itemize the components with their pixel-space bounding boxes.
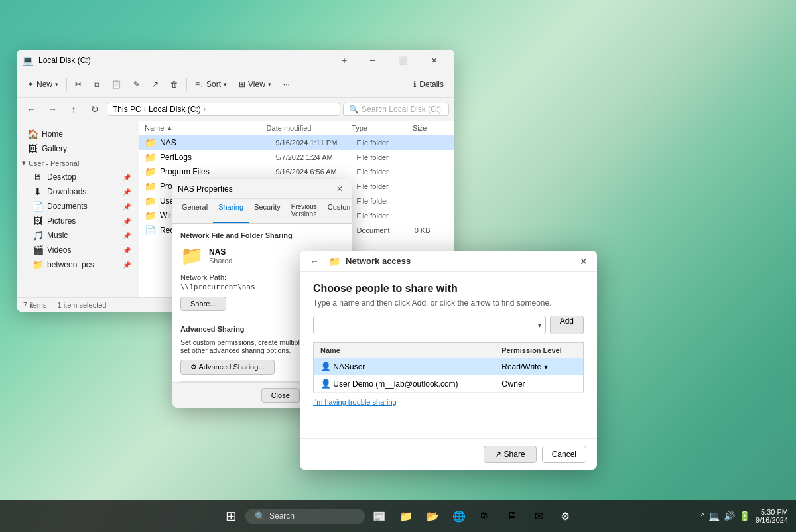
sidebar-item-downloads[interactable]: ⬇ Downloads 📌 (19, 184, 136, 199)
share-icon-btn: ↗ (495, 450, 501, 459)
close-button[interactable]: ✕ (419, 50, 449, 71)
sidebar-pictures-label: Pictures (47, 216, 76, 226)
new-tab-button[interactable]: + (334, 50, 355, 71)
start-button[interactable]: ⊞ (219, 504, 243, 528)
taskbar-remote-button[interactable]: 🖥 (500, 504, 524, 528)
address-path[interactable]: This PC › Local Disk (C:) › (107, 103, 340, 116)
view-chevron: ▾ (268, 81, 271, 88)
this-pc-breadcrumb[interactable]: This PC (113, 105, 141, 114)
network-sharing-label: Network File and Folder Sharing (180, 232, 344, 239)
sidebar-section-user[interactable]: ▾ User - Personal (17, 156, 139, 170)
new-icon: ✦ (27, 80, 34, 89)
sidebar-desktop-label: Desktop (47, 172, 76, 182)
network-cancel-button[interactable]: Cancel (542, 446, 586, 463)
sidebar-item-between-pcs[interactable]: 📁 between_pcs 📌 (19, 257, 136, 272)
search-icon-taskbar: 🔍 (255, 511, 265, 521)
desktop: 💻 Local Disk (C:) + ─ ⬜ ✕ ✦ New ▾ ✂ ⧉ 📋 … (0, 0, 796, 532)
table-row-userdemo[interactable]: 👤 User Demo (m__lab@outlook.com) Owner (314, 375, 584, 393)
file-row-programfiles[interactable]: 📁 Program Files 9/16/2024 6:56 AM File f… (139, 165, 454, 179)
taskbar-settings-button[interactable]: ⚙ (553, 504, 577, 528)
tab-previous-versions[interactable]: Previous Versions (286, 199, 322, 223)
col-name-header[interactable]: Name ▲ (145, 124, 267, 132)
file-type-programfiles: File folder (356, 168, 414, 176)
more-button[interactable]: ··· (278, 77, 295, 92)
tray-chevron-icon[interactable]: ^ (701, 512, 704, 520)
share-button[interactable]: ↗ (147, 77, 164, 92)
file-row-perflogs[interactable]: 📁 PerfLogs 5/7/2022 1:24 AM File folder (139, 150, 454, 165)
folder-icon-windows: 📁 (145, 210, 156, 221)
pin-icon: 📌 (123, 174, 131, 181)
sidebar-item-gallery[interactable]: 🖼 Gallery (19, 141, 136, 156)
view-button[interactable]: ⊞ View ▾ (233, 77, 277, 92)
delete-button[interactable]: 🗑 (165, 77, 184, 92)
sidebar-item-documents[interactable]: 📄 Documents 📌 (19, 199, 136, 214)
col-date-header[interactable]: Date modified (267, 124, 352, 132)
paste-button[interactable]: 📋 (106, 77, 127, 92)
file-name-perflogs: PerfLogs (160, 153, 275, 162)
userdemo-permission-text: Owner (501, 379, 525, 389)
taskbar-email-button[interactable]: ✉ (527, 504, 551, 528)
file-size-recovery: 0 KB (415, 226, 449, 234)
network-close-button[interactable]: ✕ (576, 253, 592, 269)
close-button[interactable]: Close (261, 388, 300, 403)
copy-button[interactable]: ⧉ (88, 77, 105, 92)
taskbar-edge-button[interactable]: 🌐 (447, 504, 471, 528)
cut-button[interactable]: ✂ (70, 77, 87, 92)
new-label: New (36, 80, 52, 89)
clock[interactable]: 5:30 PM 9/16/2024 (756, 508, 788, 524)
taskbar-widgets-button[interactable]: 📰 (367, 504, 391, 528)
taskbar-explorer-button[interactable]: 📂 (421, 504, 444, 528)
tab-sharing[interactable]: Sharing (213, 199, 249, 223)
pin-icon-pictures: 📌 (123, 218, 131, 225)
sidebar-item-pictures[interactable]: 🖼 Pictures 📌 (19, 214, 136, 228)
pin-icon-videos: 📌 (123, 247, 131, 254)
network-status-icon[interactable]: 💻 (708, 511, 720, 521)
taskbar-files-button[interactable]: 📁 (394, 504, 418, 528)
network-back-button[interactable]: ← (305, 252, 324, 271)
sidebar-item-music[interactable]: 🎵 Music 📌 (19, 228, 136, 243)
sidebar-item-desktop[interactable]: 🖥 Desktop 📌 (19, 170, 136, 184)
add-button[interactable]: Add (550, 316, 584, 334)
local-disk-breadcrumb[interactable]: Local Disk (C:) (149, 105, 201, 114)
minimize-button[interactable]: ─ (358, 50, 388, 71)
sort-label: Sort (206, 80, 221, 89)
rename-button[interactable]: ✎ (128, 77, 145, 92)
forward-button[interactable]: → (43, 100, 62, 119)
nas-properties-close[interactable]: ✕ (333, 182, 346, 196)
table-row-nasuser[interactable]: 👤 NASuser Read/Write ▾ (314, 358, 584, 375)
taskbar-search[interactable]: 🔍 Search (245, 509, 365, 524)
tab-customize[interactable]: Customize (322, 199, 352, 223)
details-label: Details (419, 80, 444, 89)
dropdown-icon[interactable]: ▾ (538, 322, 541, 329)
file-explorer-title: Local Disk (C:) (38, 56, 331, 65)
tab-security[interactable]: Security (249, 199, 286, 223)
details-button[interactable]: ℹ Details (408, 77, 449, 92)
up-button[interactable]: ↑ (64, 100, 83, 119)
battery-icon[interactable]: 🔋 (739, 511, 750, 521)
col-size-header[interactable]: Size (413, 124, 449, 132)
share-btn-label: Share (504, 450, 525, 459)
share-name-input[interactable]: ▾ (313, 316, 546, 334)
sidebar: 🏠 Home 🖼 Gallery ▾ User - Personal 🖥 Des… (17, 121, 139, 297)
network-share-button[interactable]: ↗ Share (484, 446, 537, 463)
share-button[interactable]: Share... (180, 297, 226, 311)
maximize-button[interactable]: ⬜ (388, 50, 419, 71)
file-date-perflogs: 5/7/2022 1:24 AM (275, 153, 356, 161)
sidebar-item-home[interactable]: 🏠 Home (19, 127, 136, 141)
search-box[interactable]: 🔍 Search Local Disk (C:) (343, 103, 449, 116)
advanced-sharing-button[interactable]: ⚙ Advanced Sharing... (180, 360, 275, 375)
refresh-button[interactable]: ↻ (86, 100, 104, 119)
taskbar-store-button[interactable]: 🛍 (474, 504, 498, 528)
new-button[interactable]: ✦ New ▾ (22, 77, 64, 92)
col-type-header[interactable]: Type (352, 124, 413, 132)
sidebar-item-videos[interactable]: 🎬 Videos 📌 (19, 243, 136, 257)
tab-general[interactable]: General (176, 199, 213, 223)
nasuser-permission-dropdown[interactable]: Read/Write ▾ (501, 362, 576, 371)
documents-icon: 📄 (33, 201, 43, 212)
date-display: 9/16/2024 (756, 516, 788, 524)
volume-icon[interactable]: 🔊 (724, 511, 735, 521)
back-button[interactable]: ← (22, 100, 40, 119)
sort-button[interactable]: ≡↓ Sort ▾ (190, 77, 232, 92)
file-row-nas[interactable]: 📁 NAS 9/16/2024 1:11 PM File folder (139, 135, 454, 150)
trouble-sharing-link[interactable]: I'm having trouble sharing (313, 398, 584, 406)
